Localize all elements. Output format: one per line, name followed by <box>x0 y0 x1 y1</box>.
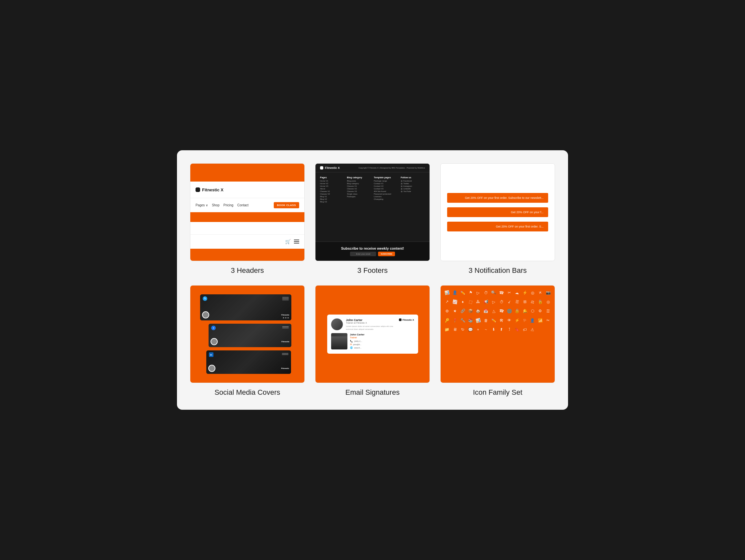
li-avatar <box>208 365 216 372</box>
email-top: John Carter Trainer at Fitnestic X Lorem… <box>331 318 414 331</box>
h2-nav-bar: Pages ∨ Shop Pricing Contact BOOK CLASS <box>190 198 304 212</box>
footer-subtitle: Copyright © Fitnestic X | Designed by BR… <box>358 167 425 169</box>
footer-col-social: Follow us Facebook Twitter Instagram Lin… <box>401 176 425 238</box>
hamburger-icon <box>294 240 299 244</box>
icon-edit: ✏️ <box>459 288 466 297</box>
icon-message: 💬 <box>467 325 474 334</box>
icon-bolt2: ⚡ <box>513 316 521 324</box>
newsletter-btn[interactable]: SUBSCRIBE <box>378 252 395 256</box>
icon-grid: ⊞ <box>521 298 528 306</box>
card-footers: Fitnestic X Copyright © Fitnestic X | De… <box>315 163 430 275</box>
email-label: Email Signatures <box>346 388 399 397</box>
h2-nav-shop: Shop <box>212 204 219 207</box>
icon-wifi: 📶 <box>537 316 544 325</box>
email-avatar <box>331 318 343 330</box>
email-logo-right: Fitnestic X <box>399 318 414 321</box>
main-container: Fitnestic X Pages ∨ Shop Pricing Contact… <box>177 150 568 410</box>
icon-home: 🏠 <box>474 307 482 316</box>
twitter-icon: 𝕏 <box>203 296 207 301</box>
headers-preview-box: Fitnestic X Pages ∨ Shop Pricing Contact… <box>190 163 305 261</box>
h2-orange-bar <box>190 212 304 222</box>
footer-col-template: Template pages Package range Contact V1 … <box>374 176 398 238</box>
email-phone-row: 📞 (345) C... <box>350 340 414 343</box>
icon-stack: 📚 <box>467 316 474 325</box>
fb-logo-text: Fitnestic <box>282 341 290 343</box>
icon-flag: ⚑ <box>466 288 475 298</box>
icon-eye2: 👁 <box>506 316 513 324</box>
social-preview: 𝕏 Fitnestic f <box>190 285 304 383</box>
email-preview: John Carter Trainer at Fitnestic X Lorem… <box>316 285 429 383</box>
h3-mobile-bar: 🛒 <box>190 235 304 249</box>
footer-col-blog: Blog category Blog posts Blog category C… <box>347 176 371 238</box>
icon-network: 🖧 <box>475 298 482 306</box>
headers-preview: Fitnestic X Pages ∨ Shop Pricing Contact… <box>190 164 304 261</box>
h1-logo-bar: Fitnestic X <box>190 182 304 198</box>
icon-megaphone: 📢 <box>482 298 489 306</box>
newsletter-input[interactable]: Enter your email <box>350 252 376 256</box>
icon-search: 🔍 <box>490 288 498 297</box>
icon-monitor: 🖥 <box>451 325 458 334</box>
icon-triangle: △ <box>490 307 498 315</box>
icon-star: ★ <box>451 307 459 316</box>
h2-nav-pages: Pages ∨ <box>196 204 208 207</box>
h3-orange-bar <box>190 249 304 261</box>
email-bottom: John Carter Trainer 📞 (345) C... ✉ john@… <box>331 333 414 350</box>
cart-icon: 🛒 <box>285 239 291 244</box>
icon-box: 📦 <box>467 307 474 315</box>
email-website: www.fi... <box>354 347 361 349</box>
icon-target: ◎ <box>545 298 552 306</box>
twitter-avatar <box>202 311 209 318</box>
notif-preview-box: Get 20% OFF on your first order. Subscri… <box>440 163 555 261</box>
email-det-role: Trainer <box>350 336 414 339</box>
icon-plus: + <box>475 325 482 334</box>
icon-link: 🔗 <box>459 307 466 315</box>
newsletter-title: Subscribe to receive weekly content! <box>320 246 425 250</box>
facebook-icon: f <box>211 325 216 330</box>
email-logo-icon <box>399 318 401 321</box>
icon-settings: ⚙ <box>537 306 545 315</box>
icon-lock: 🔒 <box>537 298 544 306</box>
headers-label: 3 Headers <box>231 266 264 275</box>
li-logo-text: Fitnestic <box>281 367 289 369</box>
icon-share: ⤴ <box>506 325 513 334</box>
footer-col-pages: Pages Home V1 Home V2 Home V3 About Clas… <box>320 176 345 238</box>
notif-bar-1: Get 20% OFF on your first order. Subscri… <box>447 193 548 203</box>
icon-refresh: ↻ <box>458 325 466 334</box>
icon-person: 👤 <box>451 288 458 297</box>
email-icon: ✉ <box>350 343 352 346</box>
email-phone: (345) C... <box>354 340 362 342</box>
card-icons: 📊 👤 ✏️ ⚑ ▷ ⏱ 🔍 ☎ ✂ ☁ ⚡ ◎ ✕ 📷 <box>440 285 555 397</box>
h1-logo-text: Fitnestic X <box>202 187 224 192</box>
icon-hex: ⬡ <box>529 307 536 315</box>
h2-nav-contact: Contact <box>237 204 248 207</box>
twitter-logo-text: Fitnestic <box>281 314 289 316</box>
icon-cloud: ☁ <box>513 288 521 297</box>
fc-pages-title: Pages <box>320 176 345 179</box>
notif-bar-2: Get 20% OFF on your f... <box>447 207 548 217</box>
icon-pin: 📍 <box>451 316 459 325</box>
email-details: John Carter Trainer 📞 (345) C... ✉ john@… <box>350 333 414 350</box>
icons-label: Icon Family Set <box>473 388 522 397</box>
icon-download: ⬇ <box>490 325 497 334</box>
icon-key: 🔑 <box>443 316 451 325</box>
footer-logo: Fitnestic X <box>320 166 340 169</box>
icon-camera: 📷 <box>545 289 551 297</box>
icon-bell: 🔔 <box>521 307 528 315</box>
fb-avatar <box>210 338 218 345</box>
icon-folder: 📁 <box>444 325 450 334</box>
icon-x: ✕ <box>536 288 544 298</box>
web-icon: 🌐 <box>350 346 353 349</box>
footer-logo-text: Fitnestic X <box>325 166 340 169</box>
icon-arrow-sw: ↙ <box>506 297 513 306</box>
icon-phone3: ☎ <box>498 306 506 315</box>
icon-bookmark: 🔖 <box>514 325 520 334</box>
icon-wrench: 🔧 <box>459 316 466 324</box>
card-headers: Fitnestic X Pages ∨ Shop Pricing Contact… <box>190 163 305 275</box>
icon-trash: 🗑 <box>482 316 489 325</box>
icon-arrow-ne: ↗ <box>444 298 451 306</box>
h2-book-btn[interactable]: BOOK CLASS <box>274 202 299 208</box>
h1-logo: Fitnestic X <box>196 187 224 192</box>
icon-globe: 🌐 <box>506 307 513 315</box>
icon-play2: ▷ <box>490 298 498 306</box>
icon-pencil2: ✏️ <box>490 316 497 325</box>
